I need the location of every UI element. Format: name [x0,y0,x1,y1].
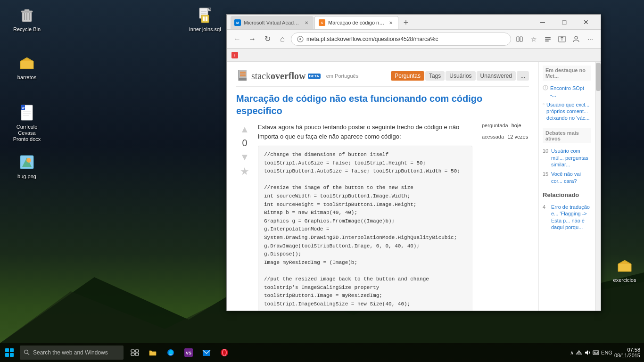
opera-button[interactable] [216,344,233,361]
code-line-4: //resize the image of the button to the … [264,184,466,192]
opera-icon [220,348,229,357]
so-tab-perguntas[interactable]: Perguntas [391,71,424,81]
destaque-icon-1 [543,85,548,90]
debates-item-1[interactable]: 10 Usuário com múl... perguntas similar.… [543,146,591,169]
perguntada-val: hoje [512,123,521,128]
tab-mva-close[interactable]: ✕ [303,19,310,26]
bug-png-icon[interactable]: bug.png [8,151,46,181]
svg-rect-54 [131,350,134,352]
visual-studio-button[interactable]: VS [180,344,197,361]
meta-right: perguntada hoje acessada 12 vezes [477,123,529,311]
so-tab-more[interactable]: ... [517,71,529,81]
so-favicon: S [319,19,325,26]
svg-rect-65 [594,352,595,353]
tab-mva[interactable]: M Microsoft Virtual Academy - ✕ [231,16,314,29]
scrollbar-thumb [596,63,601,91]
edge-icon [166,348,175,357]
code-line-9: g.InterpolationMode = System.Drawing.Dra… [264,225,466,242]
inner-joins-icon[interactable]: inner joins.sql [186,4,224,34]
system-tray: ∧ ENG [568,349,614,356]
tab-marcacao[interactable]: S Marcação de código nã... ✕ [314,16,398,29]
back-button[interactable]: ← [231,33,244,46]
clock-date: 08/11/2015 [614,353,640,358]
upvote-button[interactable]: ▲ [237,123,252,136]
svg-text:W: W [22,107,25,109]
share-button[interactable] [555,33,569,46]
favorite-button[interactable]: ★ [240,165,249,178]
more-button[interactable]: ··· [584,33,597,46]
hub-button[interactable] [541,33,554,46]
person-button[interactable] [570,33,583,46]
related-title: Relacionado [543,191,591,198]
volume-icon [584,349,591,356]
desktop: Recycle Bin inner joins.sql bar [0,0,644,362]
reading-view-button[interactable] [513,33,526,46]
svg-point-25 [26,158,31,163]
recycle-bin-icon[interactable]: Recycle Bin [8,4,46,34]
taskbar-clock[interactable]: 07:58 08/11/2015 [614,347,640,358]
destaque-title: Em destaque no Met... [543,66,591,81]
debates-item-2[interactable]: 15 Você não vai cor... cara? [543,169,591,186]
home-button[interactable]: ⌂ [276,33,289,46]
related-item-1[interactable]: 4 Erro de tradução e... 'Flagging -> Est… [543,202,591,232]
taskbar: Search the web and Windows [0,343,644,362]
refresh-button[interactable]: ↻ [261,33,274,46]
destaque-item-1[interactable]: Encontro SOpt -... [543,83,591,100]
question-title: Marcação de código não esta funcionando … [236,92,529,117]
mail-button[interactable] [198,344,215,361]
curriculo-icon[interactable]: W Currículo CevasaPronto.docx [8,101,46,145]
acessada-label: acessada [482,134,504,140]
so-logo-icon [236,69,249,82]
so-tab-usuarios[interactable]: Usuários [446,71,475,81]
code-line-14: toolStripButton1.Image = myResizedImg; [264,292,466,300]
svg-rect-68 [594,353,598,354]
new-tab-button[interactable]: + [399,16,413,29]
file-explorer-button[interactable] [144,344,161,361]
destaque-item-2[interactable]: Usuário que excl... próprios coment... d… [543,100,591,123]
so-nav: Perguntas Tags Usuários Unanswered ... [391,71,529,81]
close-button[interactable]: ✕ [575,15,597,30]
page-scrollbar[interactable] [595,62,601,311]
svg-point-58 [167,349,174,356]
perguntada-label: perguntada [482,123,508,128]
svg-rect-33 [520,37,522,41]
svg-text:S: S [321,21,323,25]
svg-rect-15 [203,16,205,21]
icon-bar: i [227,49,601,62]
visual-studio-icon: VS [184,348,193,357]
so-tab-tags[interactable]: Tags [425,71,445,81]
so-tab-unanswered[interactable]: Unanswered [477,71,516,81]
network-icon [576,349,582,356]
acessada-val: 12 vezes [507,134,528,140]
code-line-7: Bitmap b = new Bitmap(40, 40); [264,209,466,217]
forward-button[interactable]: → [246,33,259,46]
favorites-button[interactable]: ☆ [527,33,540,46]
minimize-button[interactable]: ─ [532,15,553,30]
maximize-button[interactable]: □ [553,15,575,30]
svg-marker-9 [208,8,211,11]
url-text: meta.pt.stackoverflow.com/questions/4528… [306,36,505,42]
svg-rect-44 [238,70,239,81]
task-view-button[interactable] [126,344,143,361]
taskbar-search[interactable]: Search the web and Windows [20,346,124,360]
so-subtitle: em Português [326,73,358,79]
start-button[interactable] [0,343,19,362]
barretos-icon[interactable]: barretos [8,52,46,82]
svg-text:M: M [236,21,239,25]
exercicios-icon[interactable]: exercicios [606,255,644,285]
svg-point-31 [299,38,301,40]
edge-button[interactable] [162,344,179,361]
code-line-6: int sourceHeight = toolStripButton1.Imag… [264,201,466,209]
svg-rect-56 [131,353,134,355]
question-body: ▲ 0 ▼ ★ Estava agora há pouco tentando p… [236,123,529,311]
destaque-icon-2 [543,101,545,107]
svg-text:i: i [234,54,235,57]
svg-rect-36 [545,41,549,41]
tab-marcacao-close[interactable]: ✕ [388,19,394,26]
title-bar: M Microsoft Virtual Academy - ✕ S Marcaç… [227,15,601,30]
code-line-8: Graphics g = Graphics.FromImage((Image)b… [264,217,466,226]
tray-expand[interactable]: ∧ [570,350,574,356]
language-label: ENG [601,350,612,355]
downvote-button[interactable]: ▼ [237,150,252,164]
url-bar[interactable]: meta.pt.stackoverflow.com/questions/4528… [291,33,511,46]
